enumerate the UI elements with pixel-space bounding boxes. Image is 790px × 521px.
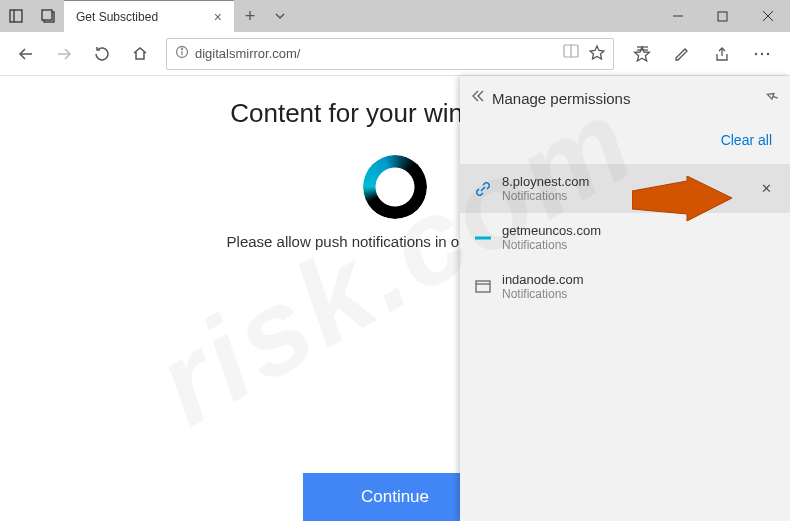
permissions-panel: Manage permissions Clear all 8.ploynest.… [460, 76, 790, 521]
home-button[interactable] [122, 36, 158, 72]
permission-item[interactable]: 8.ploynest.com Notifications ✕ [460, 164, 790, 213]
site-info-icon[interactable] [175, 45, 189, 63]
permission-domain: indanode.com [502, 272, 776, 287]
svg-point-20 [761, 52, 763, 54]
panel-title: Manage permissions [492, 90, 758, 107]
svg-point-19 [755, 52, 757, 54]
back-button[interactable] [8, 36, 44, 72]
permission-sub: Notifications [502, 189, 751, 203]
site-bar-icon [474, 229, 492, 247]
permission-item[interactable]: getmeuncos.com Notifications [460, 213, 790, 262]
address-bar[interactable]: digitalsmirror.com/ [166, 38, 614, 70]
permissions-list: 8.ploynest.com Notifications ✕ getmeunco… [460, 164, 790, 311]
spinner-icon [363, 155, 427, 219]
panel-back-icon[interactable] [470, 89, 486, 107]
pin-icon[interactable] [764, 88, 780, 108]
share-icon[interactable] [702, 36, 742, 72]
tab-title: Get Subsctibed [76, 10, 206, 24]
tabs-preview-icon[interactable] [32, 0, 64, 32]
reading-view-icon[interactable] [563, 44, 579, 64]
svg-marker-15 [590, 46, 604, 59]
window-titlebar: Get Subsctibed × + [0, 0, 790, 32]
favorites-icon[interactable] [622, 36, 662, 72]
svg-point-12 [182, 48, 183, 49]
new-tab-button[interactable]: + [234, 0, 266, 32]
svg-line-22 [773, 96, 778, 98]
refresh-button[interactable] [84, 36, 120, 72]
svg-point-21 [767, 52, 769, 54]
notes-icon[interactable] [662, 36, 702, 72]
favorite-star-icon[interactable] [589, 44, 605, 64]
minimize-button[interactable] [655, 0, 700, 32]
remove-permission-icon[interactable]: ✕ [761, 181, 776, 196]
permission-domain: getmeuncos.com [502, 223, 776, 238]
navigation-bar: digitalsmirror.com/ [0, 32, 790, 76]
site-window-icon [474, 278, 492, 296]
tabs-aside-icon[interactable] [0, 0, 32, 32]
svg-rect-24 [476, 281, 490, 292]
url-text: digitalsmirror.com/ [195, 46, 563, 61]
svg-rect-5 [718, 12, 727, 21]
svg-rect-3 [42, 10, 52, 20]
svg-marker-16 [635, 47, 650, 61]
permission-domain: 8.ploynest.com [502, 174, 751, 189]
maximize-button[interactable] [700, 0, 745, 32]
close-window-button[interactable] [745, 0, 790, 32]
browser-tab[interactable]: Get Subsctibed × [64, 0, 234, 32]
svg-rect-23 [475, 236, 491, 239]
clear-all-link[interactable]: Clear all [460, 120, 790, 164]
site-link-icon [474, 180, 492, 198]
forward-button [46, 36, 82, 72]
svg-rect-0 [10, 10, 22, 22]
permission-sub: Notifications [502, 238, 776, 252]
close-tab-icon[interactable]: × [214, 9, 222, 25]
permission-sub: Notifications [502, 287, 776, 301]
more-icon[interactable] [742, 36, 782, 72]
tabs-chevron-icon[interactable] [266, 0, 294, 32]
permission-item[interactable]: indanode.com Notifications [460, 262, 790, 311]
